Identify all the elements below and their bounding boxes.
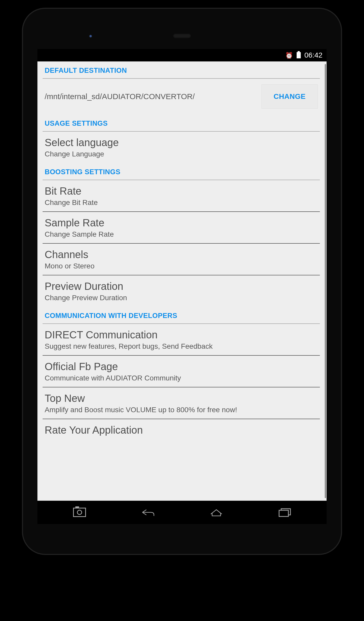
setting-rate-application[interactable]: Rate Your Application: [43, 419, 320, 436]
scroll-indicator[interactable]: [325, 64, 326, 498]
setting-sub: Change Language: [45, 150, 318, 158]
setting-sub: Change Sample Rate: [45, 230, 318, 238]
alarm-icon: [285, 51, 293, 59]
nav-home-button[interactable]: [209, 507, 224, 518]
screen: 06:42 DEFAULT DESTINATION /mnt/internal_…: [37, 49, 327, 524]
nav-camera-button[interactable]: [72, 507, 87, 518]
setting-bit-rate[interactable]: Bit Rate Change Bit Rate: [43, 180, 320, 212]
setting-sub: Change Preview Duration: [45, 294, 318, 302]
nav-back-button[interactable]: [140, 507, 156, 518]
setting-direct-communication[interactable]: DIRECT Communication Suggest new feature…: [43, 324, 320, 356]
setting-title: Channels: [45, 249, 318, 260]
phone-frame: 06:42 DEFAULT DESTINATION /mnt/internal_…: [22, 8, 342, 555]
section-communication: COMMUNICATION WITH DEVELOPERS: [43, 307, 320, 324]
front-camera: [89, 35, 92, 38]
navigation-bar: [37, 501, 327, 524]
setting-title: DIRECT Communication: [45, 329, 318, 341]
setting-top-new[interactable]: Top New Amplify and Boost music VOLUME u…: [43, 387, 320, 419]
section-default-destination: DEFAULT DESTINATION: [43, 61, 320, 79]
earpiece-speaker: [173, 34, 191, 38]
setting-sub: Communicate with AUDIATOR Community: [45, 374, 318, 382]
setting-sub: Mono or Stereo: [45, 262, 318, 270]
setting-title: Bit Rate: [45, 185, 318, 197]
setting-preview-duration[interactable]: Preview Duration Change Preview Duration: [43, 275, 320, 307]
destination-path: /mnt/internal_sd/AUDIATOR/CONVERTOR/: [45, 92, 258, 101]
svg-rect-0: [279, 510, 288, 516]
setting-select-language[interactable]: Select language Change Language: [43, 132, 320, 163]
setting-title: Top New: [45, 393, 318, 404]
setting-title: Preview Duration: [45, 281, 318, 292]
setting-official-fb-page[interactable]: Official Fb Page Communicate with AUDIAT…: [43, 356, 320, 387]
destination-row: /mnt/internal_sd/AUDIATOR/CONVERTOR/ CHA…: [43, 79, 320, 114]
setting-sample-rate[interactable]: Sample Rate Change Sample Rate: [43, 212, 320, 244]
status-time: 06:42: [304, 51, 322, 59]
setting-title: Official Fb Page: [45, 361, 318, 372]
setting-sub: Suggest new features, Report bugs, Send …: [45, 342, 318, 351]
battery-icon: [297, 52, 301, 58]
settings-content: DEFAULT DESTINATION /mnt/internal_sd/AUD…: [37, 61, 327, 501]
status-bar: 06:42: [37, 49, 327, 61]
change-button[interactable]: CHANGE: [262, 84, 318, 109]
setting-title: Rate Your Application: [45, 424, 318, 436]
setting-channels[interactable]: Channels Mono or Stereo: [43, 244, 320, 275]
nav-recent-button[interactable]: [277, 507, 292, 518]
setting-title: Select language: [45, 137, 318, 148]
recent-apps-icon: [277, 507, 292, 518]
section-boosting-settings: BOOSTING SETTINGS: [43, 163, 320, 180]
setting-title: Sample Rate: [45, 217, 318, 229]
setting-sub: Amplify and Boost music VOLUME up to 800…: [45, 406, 318, 414]
home-icon: [209, 507, 224, 518]
back-icon: [140, 507, 156, 518]
section-usage-settings: USAGE SETTINGS: [43, 114, 320, 132]
setting-sub: Change Bit Rate: [45, 198, 318, 207]
camera-icon: [73, 508, 86, 517]
